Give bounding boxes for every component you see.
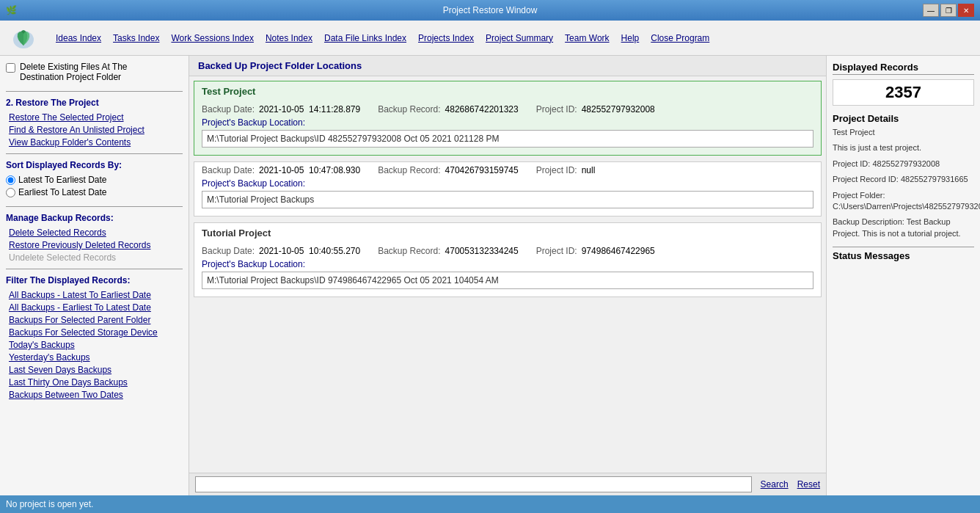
manage-title: Manage Backup Records: xyxy=(6,213,183,223)
project-record-id-label: Project Record ID: xyxy=(833,175,899,183)
backup-date-field-record-2: Backup Date: 2021-10-05 10:47:08.930 xyxy=(202,165,360,175)
manage-link-restore-deleted[interactable]: Restore Previously Deleted Records xyxy=(6,240,183,250)
sort-options: Latest To Earliest DateEarliest To Lates… xyxy=(6,175,183,197)
menu-item-projects-index[interactable]: Projects Index xyxy=(412,30,480,46)
record-card-record-2[interactable]: Backup Date: 2021-10-05 10:47:08.930 Bac… xyxy=(194,161,822,217)
backup-record-field-record-3: Backup Record: 470053132334245 xyxy=(378,246,519,256)
content-header: Backed Up Project Folder Locations xyxy=(189,56,826,76)
filter-link-last-thirty-one[interactable]: Last Thirty One Days Backups xyxy=(6,377,183,388)
filter-link-all-latest[interactable]: All Backups - Latest To Earliest Date xyxy=(6,290,183,300)
filter-link-all-earliest[interactable]: All Backups - Earliest To Latest Date xyxy=(6,302,183,313)
minimize-button[interactable]: — xyxy=(923,4,939,17)
restore-button[interactable]: ❐ xyxy=(940,4,957,17)
filter-link-yesterdays-backups[interactable]: Yesterday's Backups xyxy=(6,352,183,363)
menu-bar: Ideas IndexTasks IndexWork Sessions Inde… xyxy=(0,21,980,56)
sort-option-latest: Latest To Earliest Date xyxy=(6,175,183,185)
delete-files-checkbox[interactable] xyxy=(6,63,15,73)
center-content: Backed Up Project Folder Locations Test … xyxy=(189,56,826,495)
project-folder-row: Project Folder: C:\Users\Darren\Projects… xyxy=(833,190,974,213)
menu-item-ideas-index[interactable]: Ideas Index xyxy=(50,30,107,46)
project-id-field-record-2: Project ID: null xyxy=(536,165,596,175)
search-link[interactable]: Search xyxy=(761,479,789,490)
menu-item-close-program[interactable]: Close Program xyxy=(645,30,715,46)
backup-location-box-record-3: M:\Tutorial Project Backups\ID 974986467… xyxy=(202,272,813,289)
project-folder-label: Project Folder: xyxy=(833,191,885,200)
sort-radio-earliest[interactable] xyxy=(6,188,15,197)
menu-item-help[interactable]: Help xyxy=(615,30,646,46)
filter-link-last-seven-days[interactable]: Last Seven Days Backups xyxy=(6,365,183,375)
title-bar-left: 🌿 xyxy=(6,5,17,15)
right-panel: Displayed Records 2357 Project Details T… xyxy=(826,56,980,495)
window-title: Project Restore Window xyxy=(443,5,538,15)
backup-date-field-record-3: Backup Date: 2021-10-05 10:40:55.270 xyxy=(202,246,360,256)
sidebar-link-find-restore-unlisted[interactable]: Find & Restore An Unlisted Project xyxy=(6,125,183,135)
filter-link-todays-backups[interactable]: Today's Backups xyxy=(6,340,183,350)
app-logo xyxy=(6,22,41,54)
divider-2 xyxy=(6,153,183,154)
record-body-record-2: Backup Date: 2021-10-05 10:47:08.930 Bac… xyxy=(194,162,821,216)
menu-item-data-file-links-index[interactable]: Data File Links Index xyxy=(318,30,412,46)
backup-location-box-record-2: M:\Tutorial Project Backups xyxy=(202,191,813,208)
sort-label-latest: Latest To Earliest Date xyxy=(18,175,107,185)
record-body-record-1: Backup Date: 2021-10-05 14:11:28.879 Bac… xyxy=(194,101,821,155)
restore-project-section-title: 2. Restore The Project xyxy=(6,98,183,108)
project-folder-value: C:\Users\Darren\Projects\482552797932008 xyxy=(833,202,980,211)
backup-description-label: Backup Description: xyxy=(833,217,904,226)
filter-link-backups-storage[interactable]: Backups For Selected Storage Device xyxy=(6,327,183,338)
displayed-records-title: Displayed Records xyxy=(833,62,974,75)
manage-link-undelete-selected: Undelete Selected Records xyxy=(6,252,183,263)
filter-links: All Backups - Latest To Earliest DateAll… xyxy=(6,290,183,400)
menu-item-notes-index[interactable]: Notes Index xyxy=(260,30,318,46)
menu-item-team-work[interactable]: Team Work xyxy=(559,30,615,46)
backup-location-box-record-1: M:\Tutorial Project Backups\ID 482552797… xyxy=(202,130,813,148)
sort-label-earliest: Earliest To Latest Date xyxy=(18,187,107,197)
project-id-row: Project ID: 482552797932008 xyxy=(833,159,974,170)
filter-link-backups-parent[interactable]: Backups For Selected Parent Folder xyxy=(6,315,183,325)
title-bar-controls: — ❐ ✕ xyxy=(923,4,974,17)
record-meta-record-2: Backup Date: 2021-10-05 10:47:08.930 Bac… xyxy=(202,165,813,175)
divider-1 xyxy=(6,91,183,92)
record-name-record-3: Tutorial Project xyxy=(194,223,821,243)
close-window-button[interactable]: ✕ xyxy=(958,4,974,17)
backup-date-field-record-1: Backup Date: 2021-10-05 14:11:28.879 xyxy=(202,104,360,114)
project-details-title: Project Details xyxy=(833,113,974,124)
project-id-label: Project ID: xyxy=(833,159,870,168)
project-id-field-record-3: Project ID: 974986467422965 xyxy=(536,246,655,256)
reset-link[interactable]: Reset xyxy=(797,479,820,490)
backup-location-label-record-2: Project's Backup Location: xyxy=(202,178,813,189)
record-meta-record-3: Backup Date: 2021-10-05 10:40:55.270 Bac… xyxy=(202,246,813,256)
search-bar: Search Reset xyxy=(189,473,826,495)
project-name: Test Project xyxy=(833,127,974,138)
sort-title: Sort Displayed Records By: xyxy=(6,160,183,170)
divider-4 xyxy=(6,269,183,269)
status-text: No project is open yet. xyxy=(6,499,93,509)
manage-link-delete-selected[interactable]: Delete Selected Records xyxy=(6,228,183,238)
sidebar-link-view-backup-folders[interactable]: View Backup Folder's Contents xyxy=(6,137,183,148)
record-body-record-3: Backup Date: 2021-10-05 10:40:55.270 Bac… xyxy=(194,243,821,296)
menu-item-work-sessions-index[interactable]: Work Sessions Index xyxy=(165,30,260,46)
delete-files-checkbox-row: Delete Existing Files At The Destination… xyxy=(6,62,183,82)
manage-links: Delete Selected RecordsRestore Previousl… xyxy=(6,228,183,263)
backup-record-field-record-1: Backup Record: 482686742201323 xyxy=(378,104,519,114)
filter-title: Filter The Displayed Records: xyxy=(6,275,183,285)
project-record-id-value: 482552797931665 xyxy=(901,175,968,183)
sidebar: Delete Existing Files At The Destination… xyxy=(0,56,189,495)
backup-location-label-record-3: Project's Backup Location: xyxy=(202,259,813,269)
filter-link-between-dates[interactable]: Backups Between Two Dates xyxy=(6,390,183,400)
status-bar: No project is open yet. xyxy=(0,495,980,513)
menu-item-project-summary[interactable]: Project Summary xyxy=(480,30,559,46)
sidebar-link-restore-selected[interactable]: Restore The Selected Project xyxy=(6,112,183,123)
menu-item-tasks-index[interactable]: Tasks Index xyxy=(107,30,165,46)
sort-section: Sort Displayed Records By: Latest To Ear… xyxy=(6,160,183,197)
records-list[interactable]: Test Project Backup Date: 2021-10-05 14:… xyxy=(189,76,826,473)
menu-items: Ideas IndexTasks IndexWork Sessions Inde… xyxy=(50,33,715,43)
delete-files-label: Delete Existing Files At The Destination… xyxy=(20,62,169,82)
status-messages-title: Status Messages xyxy=(833,247,974,261)
record-card-record-3[interactable]: Tutorial Project Backup Date: 2021-10-05… xyxy=(194,222,822,297)
search-input[interactable] xyxy=(195,476,752,492)
sort-radio-latest[interactable] xyxy=(6,175,15,185)
restore-links: Restore The Selected ProjectFind & Resto… xyxy=(6,112,183,148)
sort-option-earliest: Earliest To Latest Date xyxy=(6,187,183,197)
record-card-record-1[interactable]: Test Project Backup Date: 2021-10-05 14:… xyxy=(194,81,822,156)
main-container: Delete Existing Files At The Destination… xyxy=(0,56,980,495)
